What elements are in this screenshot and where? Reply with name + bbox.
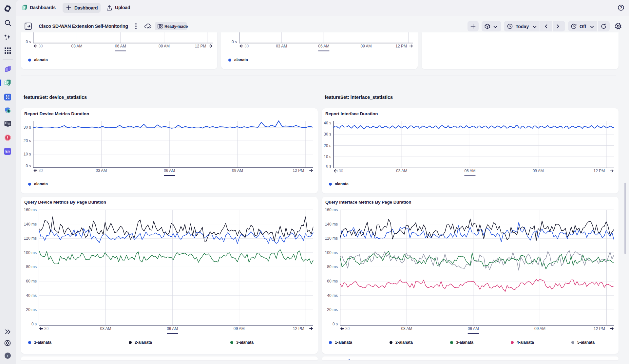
svg-text:80 ms: 80 ms bbox=[26, 264, 37, 269]
svg-text:0 s: 0 s bbox=[26, 40, 31, 44]
svg-text:120 ms: 120 ms bbox=[24, 236, 37, 241]
svg-text:03 AM: 03 AM bbox=[100, 326, 111, 331]
svg-text:06 AM: 06 AM bbox=[164, 168, 175, 173]
svg-text:20 ms: 20 ms bbox=[26, 307, 37, 312]
svg-text:?: ? bbox=[620, 6, 622, 10]
svg-text:12 PM: 12 PM bbox=[195, 44, 206, 48]
svg-text:09 AM: 09 AM bbox=[360, 44, 372, 48]
svg-text:09 AM: 09 AM bbox=[159, 44, 170, 48]
svg-text:20 s: 20 s bbox=[324, 143, 331, 148]
svg-text:03 AM: 03 AM bbox=[396, 169, 407, 173]
svg-text:0 s: 0 s bbox=[232, 40, 237, 44]
svg-text:160 ms: 160 ms bbox=[24, 208, 37, 212]
svg-text:40 s: 40 s bbox=[324, 121, 331, 125]
svg-text:03 AM: 03 AM bbox=[276, 44, 287, 48]
svg-text:0 s: 0 s bbox=[26, 164, 31, 168]
svg-text:03 AM: 03 AM bbox=[401, 326, 412, 331]
svg-text:40 ms: 40 ms bbox=[327, 293, 338, 298]
svg-text:09 AM: 09 AM bbox=[534, 326, 545, 331]
svg-text:12 PM: 12 PM bbox=[293, 326, 304, 331]
svg-text:06 AM: 06 AM bbox=[318, 44, 329, 48]
svg-text:120 ms: 120 ms bbox=[325, 236, 338, 241]
svg-text:12 PM: 12 PM bbox=[594, 169, 605, 173]
svg-text:80 ms: 80 ms bbox=[327, 264, 338, 269]
svg-text:09 AM: 09 AM bbox=[232, 168, 243, 173]
svg-text:140 ms: 140 ms bbox=[325, 222, 338, 227]
svg-text:30 s: 30 s bbox=[324, 132, 331, 136]
svg-text:09 AM: 09 AM bbox=[533, 169, 544, 173]
svg-text:12 PM: 12 PM bbox=[594, 326, 605, 331]
svg-text:20 s: 20 s bbox=[24, 138, 31, 143]
svg-text:60 ms: 60 ms bbox=[26, 279, 37, 283]
svg-text:60 ms: 60 ms bbox=[327, 279, 338, 283]
svg-text:12 PM: 12 PM bbox=[395, 44, 407, 48]
svg-text:10 s: 10 s bbox=[324, 155, 331, 159]
svg-text:06 AM: 06 AM bbox=[167, 326, 178, 331]
svg-text:06 AM: 06 AM bbox=[115, 44, 126, 48]
svg-text:0 s: 0 s bbox=[31, 322, 37, 326]
svg-text:0 s: 0 s bbox=[333, 322, 338, 326]
svg-text:03 AM: 03 AM bbox=[71, 44, 83, 48]
svg-text:20 ms: 20 ms bbox=[327, 307, 338, 312]
svg-text:09 AM: 09 AM bbox=[234, 326, 245, 331]
svg-text:140 ms: 140 ms bbox=[24, 222, 37, 227]
svg-text:30 s: 30 s bbox=[24, 125, 31, 130]
svg-text:10 s: 10 s bbox=[24, 152, 31, 156]
svg-text:06 AM: 06 AM bbox=[468, 326, 479, 331]
svg-text:100 ms: 100 ms bbox=[24, 250, 37, 255]
svg-text:06 AM: 06 AM bbox=[464, 169, 475, 173]
svg-text:160 ms: 160 ms bbox=[325, 208, 338, 212]
svg-text:03 AM: 03 AM bbox=[96, 168, 107, 173]
svg-text:40 ms: 40 ms bbox=[26, 293, 37, 298]
svg-text:12 PM: 12 PM bbox=[293, 168, 304, 173]
svg-text:0 s: 0 s bbox=[326, 164, 331, 169]
svg-text:100 ms: 100 ms bbox=[325, 250, 338, 255]
